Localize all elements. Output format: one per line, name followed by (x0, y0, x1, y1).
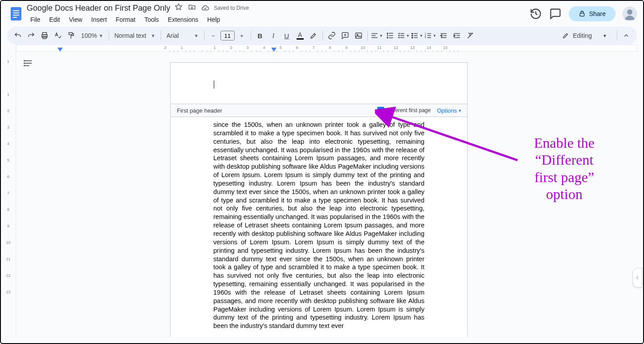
line-spacing-button[interactable] (384, 29, 396, 42)
numbered-list-button[interactable]: 123▼ (424, 29, 436, 42)
text-color-button[interactable]: A (294, 29, 306, 42)
svg-point-21 (24, 63, 25, 64)
spellcheck-button[interactable] (52, 29, 64, 42)
menu-view[interactable]: View (65, 14, 86, 25)
insert-comment-button[interactable] (339, 29, 351, 42)
doc-title[interactable]: Google Docs Header on First Page Only (27, 4, 170, 13)
vruler-tick: 1 (1, 92, 16, 97)
zoom-dropdown[interactable]: 100%▼ (78, 29, 106, 42)
svg-rect-5 (580, 13, 584, 16)
titlebar: Google Docs Header on First Page Only Sa… (1, 1, 643, 27)
svg-point-7 (627, 9, 632, 15)
clear-formatting-button[interactable] (464, 29, 477, 42)
menu-edit[interactable]: Edit (46, 14, 64, 25)
hruler-tick: 6 (296, 45, 298, 50)
hruler-tick: 15 (443, 45, 448, 50)
hruler-tick: 1 (180, 45, 183, 50)
hruler-tick: 9 (345, 45, 347, 50)
svg-text:3: 3 (424, 36, 426, 39)
svg-rect-11 (69, 32, 73, 35)
align-button[interactable]: ▼ (371, 29, 383, 42)
star-icon[interactable] (175, 3, 183, 13)
hruler-tick: 2 (164, 45, 166, 50)
svg-point-16 (412, 37, 412, 38)
paint-format-button[interactable] (65, 29, 77, 42)
svg-point-22 (24, 65, 25, 66)
insert-image-button[interactable] (352, 29, 365, 42)
svg-point-20 (24, 61, 25, 61)
hruler-tick: 12 (394, 45, 398, 50)
hruler-tick: 3 (246, 45, 249, 50)
svg-rect-4 (13, 17, 17, 18)
docs-logo-icon[interactable] (7, 5, 25, 23)
cloud-saved-icon[interactable]: Saved to Drive (201, 4, 249, 12)
share-button[interactable]: Share (569, 6, 615, 21)
move-icon[interactable] (188, 3, 196, 13)
page-1: First page header Different first page O… (170, 62, 468, 337)
menu-file[interactable]: File (27, 14, 44, 25)
bold-button[interactable]: B (254, 29, 266, 42)
checkbox-checked-icon (377, 107, 384, 114)
vruler-tick: 8 (1, 207, 16, 212)
hruler-tick: 13 (410, 45, 415, 50)
hruler-tick: 14 (427, 45, 431, 50)
menu-format[interactable]: Format (112, 14, 139, 25)
paragraph-style-dropdown[interactable]: Normal text▼ (112, 29, 158, 42)
vertical-ruler: 112345678910111213 (1, 45, 16, 337)
underline-button[interactable]: U (281, 29, 293, 42)
font-size-input[interactable]: 11 (220, 31, 235, 40)
menu-extensions[interactable]: Extensions (164, 14, 202, 25)
svg-point-15 (412, 35, 412, 36)
vruler-tick: 4 (1, 142, 16, 146)
hruler-tick: 7 (312, 45, 314, 50)
side-panel-toggle[interactable] (632, 268, 642, 287)
different-first-page-label: Different first page (387, 107, 431, 113)
bulleted-list-button[interactable]: ▼ (411, 29, 423, 42)
account-avatar[interactable] (623, 7, 637, 21)
svg-rect-0 (11, 7, 21, 20)
svg-rect-1 (13, 10, 19, 11)
vruler-tick: 1 (1, 59, 16, 64)
font-size-decrease[interactable]: − (207, 29, 220, 42)
font-dropdown[interactable]: Arial▼ (164, 29, 201, 42)
vruler-tick: 2 (1, 109, 16, 113)
outline-toggle-button[interactable] (22, 57, 35, 69)
decrease-indent-button[interactable] (437, 29, 450, 42)
redo-button[interactable] (25, 29, 37, 42)
header-options-dropdown[interactable]: Options▾ (437, 107, 461, 114)
hide-menus-button[interactable] (620, 29, 632, 42)
menu-help[interactable]: Help (204, 14, 224, 25)
highlight-button[interactable] (307, 29, 320, 42)
insert-link-button[interactable] (326, 29, 338, 42)
hruler-tick: 2 (230, 45, 232, 50)
annotation-text: Enable the “Different first page” option (509, 134, 620, 203)
editing-mode-dropdown[interactable]: Editing ▼ (555, 30, 614, 41)
hruler-tick: 5 (279, 45, 281, 50)
hruler-tick: 1 (213, 45, 216, 50)
document-body-text[interactable]: since the 1500s, when an unknown printer… (171, 117, 467, 337)
share-button-label: Share (589, 10, 606, 17)
undo-button[interactable] (12, 29, 24, 42)
toolbar: 100%▼ Normal text▼ Arial▼ − 11 + B I U A… (7, 27, 637, 45)
vruler-tick: 6 (1, 174, 16, 179)
menu-tools[interactable]: Tools (141, 14, 163, 25)
history-icon[interactable] (530, 8, 542, 20)
italic-button[interactable]: I (267, 29, 280, 42)
menu-insert[interactable]: Insert (88, 14, 110, 25)
text-cursor (214, 81, 214, 89)
vruler-tick: 3 (1, 125, 16, 130)
font-size-increase[interactable]: + (236, 29, 248, 42)
print-button[interactable] (38, 29, 51, 42)
different-first-page-checkbox[interactable]: Different first page (377, 107, 431, 114)
svg-rect-12 (355, 33, 362, 38)
vruler-tick: 11 (1, 257, 16, 261)
saved-to-drive-label: Saved to Drive (214, 5, 249, 11)
vruler-tick: 9 (1, 224, 16, 228)
vruler-tick: 12 (1, 273, 16, 278)
vruler-tick: 10 (1, 240, 16, 245)
comments-icon[interactable] (549, 8, 562, 20)
horizontal-ruler[interactable]: 21123456789101112131415 (16, 45, 637, 52)
checklist-button[interactable]: ▼ (397, 29, 410, 42)
increase-indent-button[interactable] (451, 29, 463, 42)
vruler-tick: 5 (1, 158, 16, 162)
